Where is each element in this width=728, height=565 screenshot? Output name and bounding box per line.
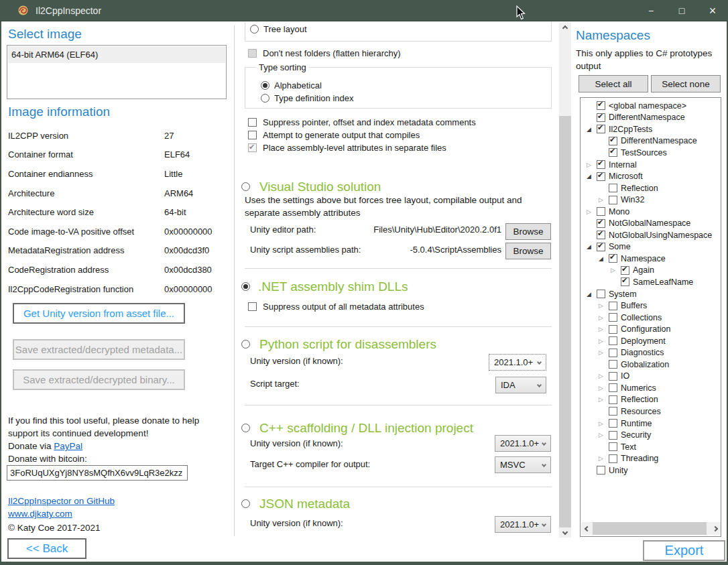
expander-collapsed-icon[interactable]: ▷ (587, 162, 597, 168)
tree-checkbox[interactable] (609, 383, 617, 392)
expander-collapsed-icon[interactable]: ▷ (599, 385, 609, 391)
expander-collapsed-icon[interactable]: ▷ (587, 208, 597, 215)
python-script-radio[interactable] (241, 340, 250, 349)
tree-checkbox[interactable] (609, 137, 617, 145)
tree-item[interactable]: TestSources (581, 147, 721, 159)
expander-collapsed-icon[interactable]: ▷ (599, 373, 609, 379)
tree-item[interactable]: ▷Buffers (581, 300, 721, 312)
tree-item[interactable]: ▷Reflection (581, 394, 721, 406)
tree-item[interactable]: Globalization (581, 359, 721, 371)
alphabetical-radio[interactable] (261, 81, 269, 90)
tree-item[interactable]: SameLeafName (581, 276, 721, 288)
maximize-button[interactable]: □ (666, 0, 697, 21)
tree-item[interactable]: ▷Threading (581, 452, 721, 464)
tree-checkbox[interactable] (609, 431, 617, 440)
expander-collapsed-icon[interactable]: ▷ (599, 420, 609, 427)
scroll-left-button[interactable] (581, 522, 593, 535)
expander-collapsed-icon[interactable]: ▷ (599, 196, 609, 203)
tree-item[interactable]: ▷IO (581, 371, 721, 383)
scrollbar-thumb[interactable] (559, 116, 571, 527)
tree-checkbox[interactable] (609, 419, 617, 428)
tree-checkbox[interactable] (609, 184, 617, 192)
tree-checkbox[interactable] (597, 172, 605, 181)
expander-expanded-icon[interactable]: ◢ (587, 173, 597, 180)
tree-checkbox[interactable] (621, 277, 629, 286)
tree-item[interactable]: DifferentNamespace (581, 135, 721, 147)
cpp-unity-version-combo[interactable]: 2021.1.0+ (495, 435, 551, 452)
cpp-compiler-combo[interactable]: MSVC (495, 456, 551, 473)
json-metadata-radio[interactable] (241, 499, 250, 508)
tree-checkbox[interactable] (597, 231, 605, 239)
tree-checkbox[interactable] (609, 336, 617, 345)
attempt-compile-checkbox[interactable] (248, 131, 257, 139)
tree-item[interactable]: Reflection (581, 182, 721, 194)
tree-checkbox[interactable] (621, 266, 629, 275)
tree-item[interactable]: ◢Namespace (581, 253, 721, 265)
save-metadata-button[interactable]: Save extracted/decrypted metadata... (13, 339, 185, 360)
tree-item[interactable]: ◢Il2CppTests (581, 123, 721, 135)
tree-checkbox[interactable] (597, 466, 605, 475)
save-binary-button[interactable]: Save extracted/decrypted binary... (13, 369, 185, 390)
unity-editor-path-input[interactable]: Files\Unity\Hub\Editor\2020.2.0f1 (363, 224, 501, 236)
tree-item[interactable]: ▷Runtime (581, 418, 721, 430)
python-unity-version-combo[interactable]: 2021.1.0+ (489, 354, 546, 371)
tree-item[interactable]: ◢Microsoft (581, 170, 721, 182)
tree-checkbox[interactable] (609, 148, 617, 157)
scroll-down-button[interactable] (559, 526, 571, 538)
expander-expanded-icon[interactable]: ◢ (587, 291, 597, 298)
bitcoin-address-input[interactable]: 3FoRUqUXgYj8NY8sMQfhX6vv9LqR3e2kzz (7, 465, 188, 481)
tree-checkbox[interactable] (597, 207, 605, 216)
tree-checkbox[interactable] (597, 101, 605, 110)
expander-expanded-icon[interactable]: ◢ (587, 243, 597, 250)
tree-checkbox[interactable] (609, 325, 617, 334)
tree-checkbox[interactable] (609, 360, 617, 369)
tree-checkbox[interactable] (609, 302, 617, 310)
namespaces-tree[interactable]: <global namespace>DifferentNamespace◢Il2… (580, 97, 721, 537)
website-link[interactable]: www.djkaty.com (8, 509, 72, 519)
tree-checkbox[interactable] (609, 442, 617, 451)
tree-item[interactable]: NotGlobalUsingNamespace (581, 229, 721, 241)
tree-checkbox[interactable] (597, 219, 605, 228)
cpp-scaffolding-radio[interactable] (241, 424, 250, 432)
tree-item[interactable]: ▷Configuration (581, 323, 721, 335)
expander-expanded-icon[interactable]: ◢ (599, 255, 609, 262)
tree-item[interactable]: NotGlobalNamespace (581, 217, 721, 229)
assembly-attrs-checkbox[interactable] (248, 143, 257, 152)
tree-checkbox[interactable] (609, 454, 617, 463)
tree-checkbox[interactable] (609, 313, 617, 322)
json-unity-version-combo[interactable]: 2021.1.0+ (495, 516, 551, 533)
image-listbox[interactable]: 64-bit ARM64 (ELF64) (7, 45, 227, 99)
expander-collapsed-icon[interactable]: ▷ (599, 432, 609, 438)
tree-checkbox[interactable] (597, 243, 605, 251)
type-def-index-radio[interactable] (261, 94, 269, 103)
expander-collapsed-icon[interactable]: ▷ (599, 349, 609, 356)
scroll-right-button[interactable] (709, 522, 721, 535)
scroll-up-button[interactable] (559, 22, 571, 34)
options-scrollbar[interactable] (559, 22, 571, 538)
tree-checkbox[interactable] (609, 254, 617, 263)
tree-checkbox[interactable] (609, 349, 617, 357)
tree-item[interactable]: ▷Win32 (581, 194, 721, 206)
expander-collapsed-icon[interactable]: ▷ (599, 326, 609, 332)
tree-item[interactable]: ▷Diagnostics (581, 347, 721, 359)
select-none-button[interactable]: Select none (651, 75, 721, 92)
tree-horizontal-scrollbar[interactable] (581, 522, 721, 535)
tree-item[interactable]: ▷Security (581, 429, 721, 441)
tree-checkbox[interactable] (597, 160, 605, 169)
dont-nest-checkbox[interactable] (248, 49, 257, 58)
expander-expanded-icon[interactable]: ◢ (587, 126, 597, 133)
browse-editor-path-button[interactable]: Browse (505, 223, 551, 240)
tree-checkbox[interactable] (597, 290, 605, 298)
tree-item[interactable]: ▷Internal (581, 159, 721, 171)
tree-checkbox[interactable] (597, 113, 605, 122)
tree-item[interactable]: Resources (581, 405, 721, 418)
tree-checkbox[interactable] (609, 407, 617, 416)
tree-item[interactable]: ▷Numerics (581, 382, 721, 394)
tree-checkbox[interactable] (609, 395, 617, 404)
expander-collapsed-icon[interactable]: ▷ (599, 338, 609, 344)
tree-layout-radio[interactable] (250, 25, 259, 34)
paypal-link[interactable]: PayPal (54, 441, 82, 451)
select-all-button[interactable]: Select all (579, 75, 648, 92)
tree-item[interactable]: ▷Collections (581, 312, 721, 324)
close-button[interactable]: × (697, 0, 728, 21)
